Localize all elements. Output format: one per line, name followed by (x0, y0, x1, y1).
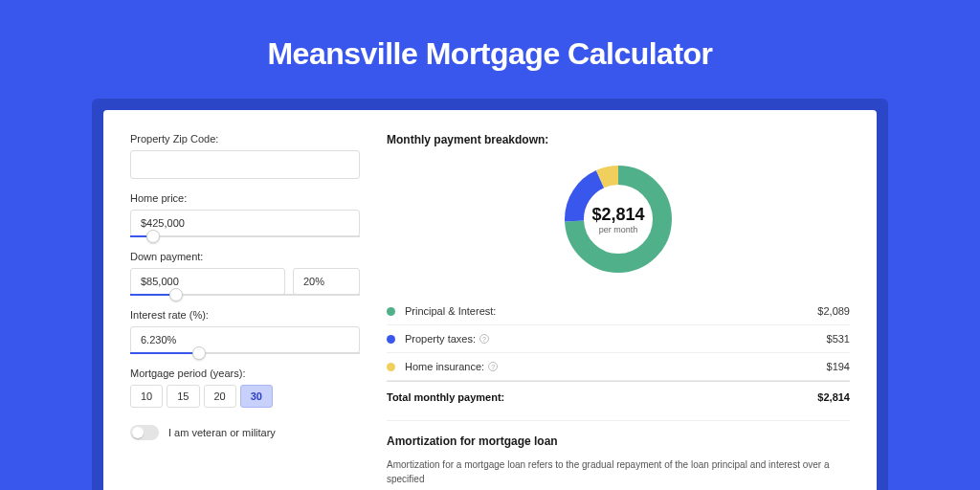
down-payment-row (130, 268, 360, 295)
page-title: Meansville Mortgage Calculator (0, 36, 980, 72)
legend-label: Principal & Interest: (405, 305, 817, 317)
amortization-text: Amortization for a mortgage loan refers … (387, 457, 850, 486)
rate-field: Interest rate (%): (130, 309, 360, 354)
home-price-slider[interactable] (130, 235, 360, 237)
donut-sub: per month (599, 225, 638, 234)
veteran-toggle[interactable] (130, 425, 159, 440)
total-label: Total monthly payment: (387, 391, 817, 403)
legend-value: $531 (827, 333, 850, 345)
card-backdrop: Property Zip Code: Home price: Down paym… (92, 99, 888, 490)
slider-fill (130, 352, 199, 354)
home-price-label: Home price: (130, 192, 360, 204)
calculator-card: Property Zip Code: Home price: Down paym… (103, 110, 877, 490)
slider-thumb[interactable] (146, 230, 160, 243)
legend-value: $2,089 (817, 305, 850, 317)
down-payment-field: Down payment: (130, 251, 360, 296)
period-option-20[interactable]: 20 (204, 385, 236, 408)
dot-icon (387, 335, 395, 344)
legend-row-total: Total monthly payment: $2,814 (387, 381, 850, 412)
legend-text: Home insurance: (405, 361, 484, 372)
home-price-field: Home price: (130, 192, 360, 237)
home-price-input[interactable] (130, 210, 360, 236)
amortization-title: Amortization for mortgage loan (387, 434, 850, 448)
rate-label: Interest rate (%): (130, 309, 360, 321)
legend-value: $194 (827, 361, 850, 372)
period-option-10[interactable]: 10 (130, 385, 163, 408)
down-payment-pct-input[interactable] (293, 268, 360, 295)
donut-amount: $2,814 (591, 205, 644, 225)
breakdown-title: Monthly payment breakdown: (387, 133, 850, 146)
total-value: $2,814 (817, 391, 850, 403)
form-pane: Property Zip Code: Home price: Down paym… (130, 133, 360, 490)
donut-center: $2,814 per month (561, 162, 676, 277)
legend-text: Property taxes: (405, 333, 476, 345)
page-header: Meansville Mortgage Calculator (0, 0, 980, 99)
breakdown-pane: Monthly payment breakdown: $2,814 per mo… (387, 133, 850, 490)
info-icon[interactable]: ? (479, 334, 489, 344)
zip-input[interactable] (130, 150, 360, 179)
period-row: 10 15 20 30 (130, 385, 360, 408)
legend-row-principal: Principal & Interest: $2,089 (387, 298, 850, 325)
slider-thumb[interactable] (169, 288, 183, 301)
zip-label: Property Zip Code: (130, 133, 360, 145)
down-payment-slider[interactable] (130, 294, 360, 296)
donut-chart: $2,814 per month (561, 162, 676, 277)
legend-row-insurance: Home insurance: ? $194 (387, 353, 850, 381)
legend: Principal & Interest: $2,089 Property ta… (387, 298, 850, 412)
slider-thumb[interactable] (192, 346, 206, 360)
zip-field: Property Zip Code: (130, 133, 360, 179)
period-option-15[interactable]: 15 (167, 385, 199, 408)
rate-input[interactable] (130, 326, 360, 353)
veteran-label: I am veteran or military (168, 427, 276, 438)
amortization-section: Amortization for mortgage loan Amortizat… (387, 420, 850, 486)
period-label: Mortgage period (years): (130, 368, 360, 379)
info-icon[interactable]: ? (488, 362, 498, 371)
legend-text: Principal & Interest: (405, 305, 496, 317)
rate-slider[interactable] (130, 352, 360, 354)
down-payment-input[interactable] (130, 268, 285, 295)
legend-label: Property taxes: ? (405, 333, 827, 345)
legend-row-taxes: Property taxes: ? $531 (387, 325, 850, 353)
veteran-row: I am veteran or military (130, 425, 360, 440)
dot-icon (387, 307, 395, 316)
dot-icon (387, 363, 395, 371)
period-option-30[interactable]: 30 (240, 385, 273, 408)
down-payment-label: Down payment: (130, 251, 360, 262)
donut-wrap: $2,814 per month (387, 156, 850, 294)
legend-label: Home insurance: ? (405, 361, 827, 372)
period-field: Mortgage period (years): 10 15 20 30 (130, 368, 360, 408)
